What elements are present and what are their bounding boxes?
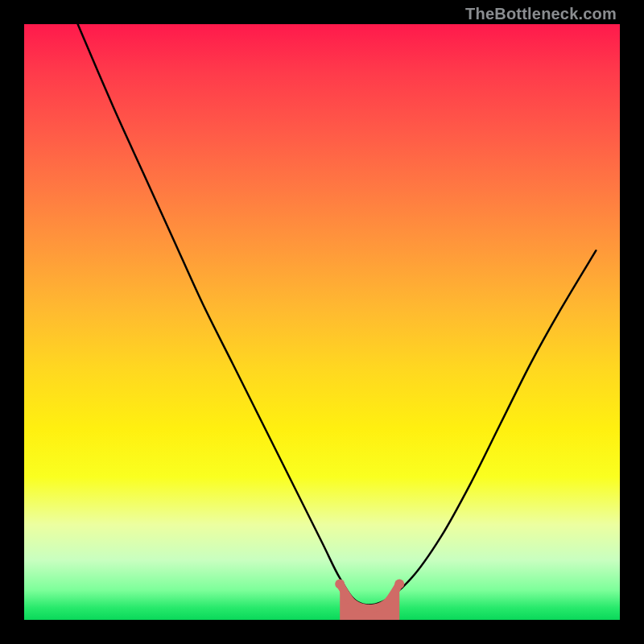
plot-area [24, 24, 620, 620]
curve-svg [24, 24, 620, 620]
chart-stage: TheBottleneck.com [0, 0, 644, 644]
bottleneck-curve [78, 24, 597, 605]
credit-watermark: TheBottleneck.com [465, 5, 617, 23]
bump-dot-left [335, 580, 345, 589]
bump-dot-right [394, 580, 404, 589]
